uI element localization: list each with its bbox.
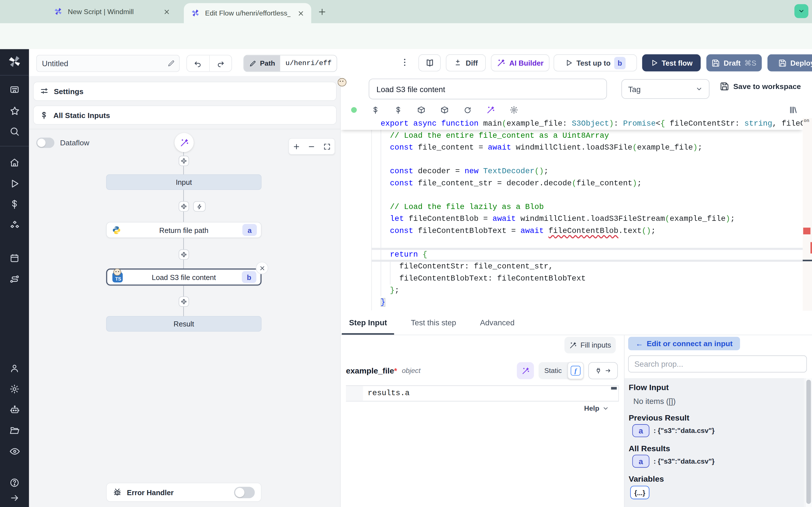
minimap[interactable]: on <box>803 118 812 311</box>
ai-flow-wand-button[interactable] <box>174 133 194 152</box>
code-line[interactable] <box>341 189 803 201</box>
fit-view-icon[interactable] <box>323 143 331 151</box>
docs-button[interactable] <box>418 54 441 71</box>
result-node[interactable]: Result <box>106 316 262 332</box>
settings-gear-icon[interactable] <box>5 379 24 399</box>
audit-eye-icon[interactable] <box>5 441 24 461</box>
code-line[interactable]: const decoder = new TextDecoder(); <box>341 166 803 177</box>
test-flow-button[interactable]: Test flow <box>642 54 701 71</box>
fill-inputs-button[interactable]: Fill inputs <box>564 337 616 353</box>
path-value[interactable]: u/henri/eff <box>280 55 337 71</box>
tab-close-icon[interactable] <box>296 8 306 18</box>
zoom-out-icon[interactable] <box>308 143 316 151</box>
save-to-workspace-button[interactable]: Save to workspace <box>720 82 801 91</box>
diff-button[interactable]: Diff <box>446 54 486 71</box>
path-control[interactable]: Path u/henri/eff <box>243 55 337 72</box>
all-static-inputs-row[interactable]: All Static Inputs <box>33 106 337 125</box>
minimap-slider[interactable] <box>803 260 812 262</box>
schedules-calendar-icon[interactable] <box>5 248 24 269</box>
browser-tab-edit-flow[interactable]: Edit Flow u/henri/effortless_fl <box>184 3 311 23</box>
test-up-to-button[interactable]: Test up to b <box>553 54 637 71</box>
code-line[interactable]: } <box>341 296 803 308</box>
runs-play-icon[interactable] <box>5 173 24 194</box>
add-step-button[interactable] <box>179 296 189 307</box>
more-options-icon[interactable] <box>400 57 410 67</box>
home-icon[interactable] <box>5 153 24 173</box>
deploy-button[interactable]: Deploy <box>767 54 812 71</box>
package-icon[interactable] <box>417 106 426 114</box>
search-prop-field[interactable] <box>628 355 807 373</box>
javascript-expression-toggle[interactable]: f <box>567 362 583 379</box>
add-step-button[interactable] <box>179 249 189 260</box>
resources-dollar-icon[interactable] <box>394 106 402 114</box>
add-trigger-button[interactable] <box>193 201 206 212</box>
input-node[interactable]: Input <box>106 174 262 190</box>
tab-advanced[interactable]: Advanced <box>472 311 523 335</box>
expression-editor[interactable]: results.a <box>346 385 619 401</box>
code-line[interactable]: }; <box>341 284 803 296</box>
windmill-logo[interactable] <box>8 55 22 69</box>
users-icon[interactable] <box>5 358 24 379</box>
favorites-star-icon[interactable] <box>5 100 24 121</box>
previous-result-value[interactable]: : {"s3":"data.csv"} <box>654 427 715 435</box>
error-handler-toggle[interactable] <box>234 487 255 498</box>
code-line[interactable]: const file_content = await windmillClien… <box>341 142 803 154</box>
flow-name-field[interactable] <box>36 55 180 72</box>
redo-button[interactable] <box>209 55 232 71</box>
step-a-node[interactable]: Return file path a <box>106 222 262 238</box>
search-prop-input[interactable] <box>629 360 806 369</box>
apps-icon[interactable] <box>5 80 24 100</box>
panel-scrollbar[interactable] <box>805 378 812 507</box>
workers-robot-icon[interactable] <box>5 399 24 420</box>
tag-select[interactable]: Tag <box>621 79 709 99</box>
flow-name-input[interactable] <box>37 59 167 68</box>
tab-step-input[interactable]: Step Input <box>341 311 395 335</box>
result-badge-a[interactable]: a <box>632 424 650 437</box>
search-icon[interactable] <box>5 121 24 142</box>
code-line[interactable]: return { <box>341 249 803 261</box>
result-badge-a[interactable]: a <box>632 455 650 467</box>
add-step-button[interactable] <box>179 156 189 166</box>
code-line[interactable]: fileContentStr: file_content_str, <box>341 261 803 273</box>
error-handler-row[interactable]: Error Handler <box>106 483 262 502</box>
tab-test-this-step[interactable]: Test this step <box>403 311 465 335</box>
browser-tab-new-script[interactable]: New Script | Windmill <box>47 0 177 23</box>
editor-settings-gear-icon[interactable] <box>509 106 518 114</box>
code-line[interactable]: fileContentBlobText: fileContentBlobText <box>341 273 803 284</box>
code-line[interactable] <box>341 237 803 249</box>
package-icon[interactable] <box>440 106 449 114</box>
step-name-input[interactable] <box>369 84 606 93</box>
ai-builder-button[interactable]: AI Builder <box>491 54 550 71</box>
code-line[interactable]: const fileContentBlobText = await fileCo… <box>341 225 803 237</box>
code-line[interactable]: // Load the entire file_content as a Uin… <box>341 130 803 142</box>
variables-dollar-icon[interactable] <box>5 194 24 215</box>
code-line[interactable]: const file_content_str = decoder.decode(… <box>341 177 803 189</box>
path-label-segment[interactable]: Path <box>244 55 280 71</box>
code-line[interactable]: let fileContentBlob = await windmillClie… <box>341 213 803 225</box>
code-line[interactable]: // Load the file lazily as a Blob <box>341 201 803 213</box>
ai-fill-argument-button[interactable] <box>517 362 534 379</box>
folders-icon[interactable] <box>5 420 24 441</box>
step-b-node-selected[interactable]: TS Load S3 file content b <box>106 269 262 286</box>
code-line[interactable]: export async function main(example_file:… <box>341 118 803 130</box>
connect-input-button[interactable] <box>589 362 618 379</box>
draft-button[interactable]: Draft ⌘S <box>706 54 762 71</box>
edit-or-connect-button[interactable]: ← Edit or connect an input <box>628 337 740 350</box>
expression-scrollbar[interactable] <box>611 387 617 390</box>
expression-value[interactable]: results.a <box>363 386 410 401</box>
scrollbar-thumb[interactable] <box>806 380 811 504</box>
all-results-value[interactable]: : {"s3":"data.csv"} <box>654 457 715 465</box>
ai-wand-icon[interactable] <box>486 106 495 114</box>
variables-dollar-icon[interactable] <box>371 106 379 114</box>
dataflow-toggle[interactable] <box>36 138 54 148</box>
code-line[interactable] <box>341 154 803 166</box>
flow-settings-row[interactable]: Settings <box>33 82 337 101</box>
tab-search-button[interactable] <box>795 4 809 18</box>
help-icon[interactable] <box>5 475 24 490</box>
code-editor[interactable]: export async function main(example_file:… <box>341 118 812 311</box>
tab-close-icon[interactable] <box>161 6 172 17</box>
edit-pencil-icon[interactable] <box>167 59 175 67</box>
reset-icon[interactable] <box>463 106 472 114</box>
remove-step-button[interactable] <box>256 262 268 274</box>
zoom-in-icon[interactable] <box>293 143 301 151</box>
